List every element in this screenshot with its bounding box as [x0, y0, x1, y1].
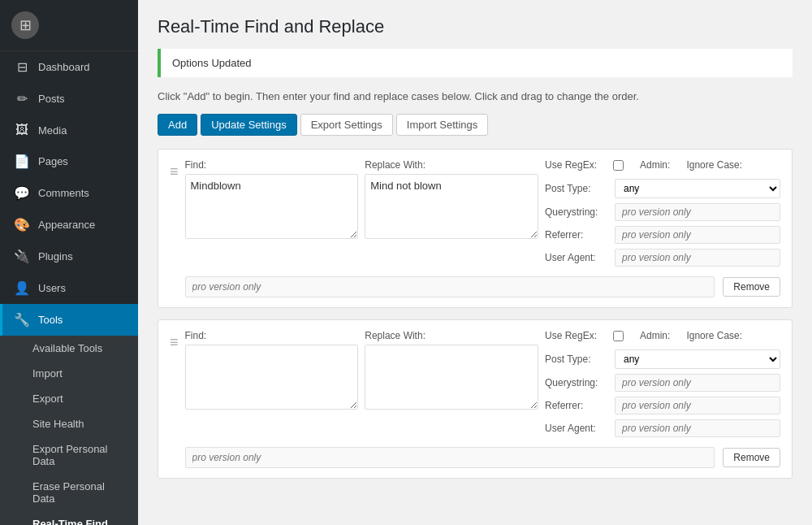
- replace-field-group-1: Replace With: Mind not blown: [365, 159, 538, 239]
- dashboard-icon: ⊟: [14, 59, 30, 75]
- rule-card-2: ≡ Find: Replace With:: [158, 319, 793, 479]
- sidebar-item-available-tools[interactable]: Available Tools: [0, 336, 138, 361]
- referrer-row-2: Referrer:: [545, 397, 780, 414]
- rule-top-2: Find: Replace With: Use RegEx: Admin:: [185, 330, 780, 437]
- sidebar: ⊞ ⊟ Dashboard ✏ Posts 🖼 Media 📄 Pages 💬 …: [0, 0, 138, 525]
- user-agent-label-2: User Agent:: [545, 423, 610, 434]
- sidebar-item-label: Plugins: [38, 250, 73, 262]
- referrer-input-1: [615, 226, 780, 244]
- rule-bottom-2: Remove: [185, 447, 780, 468]
- page-title: Real-Time Find and Replace: [158, 16, 793, 37]
- replace-label-1: Replace With:: [365, 159, 538, 171]
- drag-handle-2[interactable]: ≡: [170, 330, 179, 349]
- replace-field-group-2: Replace With:: [365, 330, 538, 410]
- find-label-2: Find:: [185, 330, 359, 341]
- remove-button-1[interactable]: Remove: [723, 277, 780, 297]
- querystring-input-2: [615, 374, 780, 392]
- sidebar-item-users[interactable]: 👤 Users: [0, 272, 138, 304]
- rule-bottom-1: Remove: [185, 276, 780, 297]
- use-regex-checkbox-1[interactable]: [613, 160, 624, 171]
- ignore-case-label-2: Ignore Case:: [686, 330, 742, 341]
- rule-bottom-input-2: [185, 447, 715, 468]
- plugins-icon: 🔌: [14, 249, 30, 264]
- sidebar-item-posts[interactable]: ✏ Posts: [0, 83, 138, 115]
- querystring-label-1: Querystring:: [545, 206, 610, 218]
- user-agent-label-1: User Agent:: [545, 252, 610, 263]
- find-field-group-2: Find:: [185, 330, 359, 410]
- sidebar-item-import[interactable]: Import: [0, 361, 138, 386]
- rule-row-1: ≡ Find: Mindblown Replace With: Mind not…: [170, 159, 780, 297]
- options-header-2: Use RegEx: Admin: Ignore Case:: [545, 330, 780, 341]
- tools-submenu: Available Tools Import Export Site Healt…: [0, 336, 138, 525]
- find-replace-1: Find: Mindblown Replace With: Mind not b…: [185, 159, 538, 239]
- find-field-group-1: Find: Mindblown: [185, 159, 359, 239]
- sidebar-item-label: Dashboard: [38, 61, 90, 73]
- sidebar-item-label: Users: [38, 282, 66, 294]
- querystring-label-2: Querystring:: [545, 377, 610, 388]
- referrer-row-1: Referrer:: [545, 226, 780, 244]
- rule-top-1: Find: Mindblown Replace With: Mind not b…: [185, 159, 780, 267]
- sidebar-item-realtime-find-replace[interactable]: Real-Time Find and Replace: [0, 511, 138, 525]
- use-regex-checkbox-2[interactable]: [613, 331, 624, 341]
- sidebar-item-erase-personal-data[interactable]: Erase Personal Data: [0, 474, 138, 511]
- appearance-icon: 🎨: [14, 217, 30, 232]
- post-type-label-1: Post Type:: [545, 183, 610, 194]
- sidebar-item-comments[interactable]: 💬 Comments: [0, 177, 138, 209]
- export-settings-button[interactable]: Export Settings: [300, 114, 393, 136]
- replace-textarea-1[interactable]: Mind not blown: [365, 174, 538, 239]
- sidebar-item-media[interactable]: 🖼 Media: [0, 115, 138, 145]
- use-regex-label-2: Use RegEx:: [545, 330, 597, 341]
- find-textarea-1[interactable]: Mindblown: [185, 174, 359, 239]
- sidebar-item-site-health[interactable]: Site Health: [0, 411, 138, 436]
- options-group-1: Use RegEx: Admin: Ignore Case: Post Type…: [545, 159, 780, 267]
- media-icon: 🖼: [14, 123, 30, 137]
- referrer-label-1: Referrer:: [545, 229, 610, 241]
- sidebar-item-label: Appearance: [38, 219, 95, 231]
- sidebar-item-dashboard[interactable]: ⊟ Dashboard: [0, 51, 138, 83]
- referrer-label-2: Referrer:: [545, 400, 610, 411]
- tools-icon: 🔧: [14, 312, 30, 328]
- ignore-case-label-1: Ignore Case:: [686, 159, 742, 171]
- rule-fields-1: Find: Mindblown Replace With: Mind not b…: [185, 159, 780, 297]
- post-type-select-2[interactable]: any: [615, 349, 780, 369]
- querystring-row-2: Querystring:: [545, 374, 780, 392]
- replace-label-2: Replace With:: [365, 330, 538, 341]
- use-regex-label-1: Use RegEx:: [545, 159, 597, 171]
- drag-handle-1[interactable]: ≡: [170, 159, 179, 179]
- remove-button-2[interactable]: Remove: [723, 448, 780, 467]
- sidebar-item-label: Tools: [38, 314, 63, 326]
- post-type-row-1: Post Type: any: [545, 179, 780, 198]
- replace-textarea-2[interactable]: [365, 345, 538, 410]
- import-settings-button[interactable]: Import Settings: [396, 114, 488, 136]
- sidebar-item-pages[interactable]: 📄 Pages: [0, 145, 138, 177]
- user-agent-input-1: [615, 249, 780, 267]
- user-agent-row-1: User Agent:: [545, 249, 780, 267]
- post-type-select-1[interactable]: any: [615, 179, 780, 198]
- sidebar-item-appearance[interactable]: 🎨 Appearance: [0, 209, 138, 241]
- user-agent-row-2: User Agent:: [545, 419, 780, 437]
- sidebar-item-plugins[interactable]: 🔌 Plugins: [0, 241, 138, 272]
- find-label-1: Find:: [185, 159, 359, 171]
- sidebar-item-tools[interactable]: 🔧 Tools: [0, 304, 138, 336]
- options-group-2: Use RegEx: Admin: Ignore Case: Post Type…: [545, 330, 780, 437]
- toolbar: Add Update Settings Export Settings Impo…: [158, 114, 793, 136]
- admin-label-1: Admin:: [640, 159, 670, 171]
- main-content: Real-Time Find and Replace Options Updat…: [138, 0, 812, 525]
- sidebar-item-export[interactable]: Export: [0, 386, 138, 411]
- add-button[interactable]: Add: [158, 114, 197, 136]
- find-textarea-2[interactable]: [185, 345, 359, 410]
- querystring-row-1: Querystring:: [545, 203, 780, 221]
- posts-icon: ✏: [14, 91, 30, 106]
- pages-icon: 📄: [14, 154, 30, 169]
- page-description: Click "Add" to begin. Then enter your fi…: [158, 90, 793, 102]
- rule-fields-2: Find: Replace With: Use RegEx: Admin:: [185, 330, 780, 468]
- sidebar-item-label: Comments: [38, 187, 89, 199]
- comments-icon: 💬: [14, 185, 30, 201]
- sidebar-item-label: Pages: [38, 155, 68, 167]
- options-header-1: Use RegEx: Admin: Ignore Case:: [545, 159, 780, 171]
- sidebar-item-export-personal-data[interactable]: Export Personal Data: [0, 436, 138, 474]
- update-settings-button[interactable]: Update Settings: [201, 114, 297, 136]
- post-type-label-2: Post Type:: [545, 354, 610, 365]
- wp-logo-icon: ⊞: [11, 11, 39, 39]
- notice-updated: Options Updated: [158, 49, 793, 77]
